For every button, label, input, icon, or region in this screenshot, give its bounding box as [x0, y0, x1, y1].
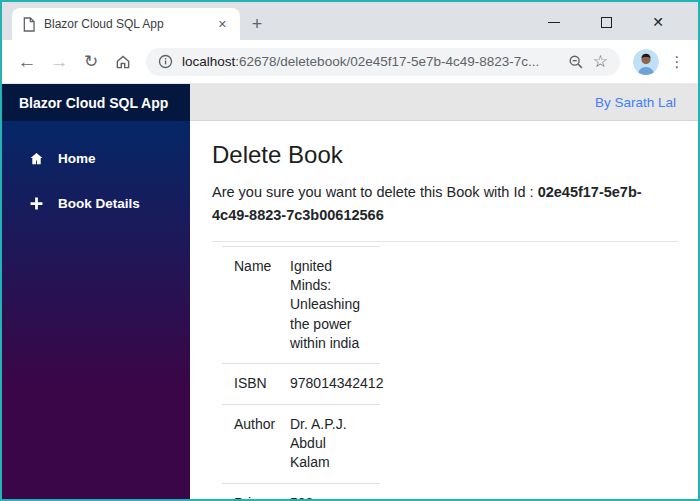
table-row: Price 500	[222, 483, 380, 499]
profile-avatar[interactable]	[633, 49, 659, 75]
field-label: Price	[222, 483, 278, 499]
sidebar-item-label: Book Details	[58, 196, 140, 211]
url-host: localhost	[182, 54, 235, 69]
field-value: 978014342412	[278, 364, 380, 404]
field-label: ISBN	[222, 364, 278, 404]
bookmark-star-icon[interactable]: ☆	[593, 51, 608, 72]
window-controls: ✕	[528, 4, 698, 40]
app-top-bar: Blazor Cloud SQL App By Sarath Lal	[2, 84, 698, 121]
site-info-icon[interactable]	[158, 54, 173, 69]
maximize-button[interactable]	[580, 4, 632, 40]
tab-title: Blazor Cloud SQL App	[44, 17, 204, 31]
new-tab-button[interactable]: +	[240, 8, 274, 40]
home-nav-icon	[29, 151, 44, 166]
sidebar-item-label: Home	[58, 151, 96, 166]
browser-tab[interactable]: Blazor Cloud SQL App ✕	[12, 8, 240, 40]
reload-icon[interactable]: ↻	[76, 47, 106, 77]
page-title: Delete Book	[212, 141, 678, 169]
browser-window: Blazor Cloud SQL App ✕ + ✕ ← → ↻ localho…	[0, 0, 700, 501]
sidebar-item-book-details[interactable]: Book Details	[2, 186, 190, 221]
plus-nav-icon	[29, 196, 44, 211]
minimize-icon	[548, 22, 560, 23]
browser-menu-icon[interactable]: ⋮	[666, 53, 688, 71]
author-link[interactable]: By Sarath Lal	[595, 95, 676, 110]
book-details-table: Name Ignited Minds: Unleashing the power…	[222, 246, 380, 499]
main-content: Delete Book Are you sure you want to del…	[190, 121, 698, 499]
tab-close-icon[interactable]: ✕	[213, 16, 232, 33]
minimize-button[interactable]	[528, 4, 580, 40]
table-row: ISBN 978014342412	[222, 364, 380, 404]
top-bar-right: By Sarath Lal	[190, 84, 698, 121]
close-window-button[interactable]: ✕	[632, 4, 684, 40]
tab-strip: Blazor Cloud SQL App ✕ + ✕	[2, 2, 698, 40]
url-path: :62678/deletebook/02e45f17-5e7b-4c49-882…	[235, 54, 539, 69]
field-value: Dr. A.P.J. Abdul Kalam	[278, 404, 380, 483]
field-value: Ignited Minds: Unleashing the power with…	[278, 246, 380, 364]
table-row: Name Ignited Minds: Unleashing the power…	[222, 246, 380, 364]
home-icon[interactable]	[108, 47, 138, 77]
maximize-icon	[601, 17, 612, 28]
zoom-out-icon[interactable]	[568, 54, 584, 70]
field-label: Author	[222, 404, 278, 483]
forward-icon[interactable]: →	[44, 47, 74, 77]
field-value: 500	[278, 483, 380, 499]
table-row: Author Dr. A.P.J. Abdul Kalam	[222, 404, 380, 483]
divider	[212, 241, 678, 242]
url-text[interactable]: localhost:62678/deletebook/02e45f17-5e7b…	[182, 54, 559, 69]
back-icon[interactable]: ←	[12, 47, 42, 77]
browser-toolbar: ← → ↻ localhost:62678/deletebook/02e45f1…	[2, 40, 698, 84]
sidebar-item-home[interactable]: Home	[2, 141, 190, 176]
sidebar: Home Book Details	[2, 121, 190, 499]
address-bar[interactable]: localhost:62678/deletebook/02e45f17-5e7b…	[146, 48, 620, 76]
page-favicon-icon	[22, 17, 35, 32]
app-body: Home Book Details Delete Book Are you su…	[2, 121, 698, 499]
confirmation-text: Are you sure you want to delete this Boo…	[212, 181, 678, 227]
app-brand[interactable]: Blazor Cloud SQL App	[2, 84, 190, 121]
field-label: Name	[222, 246, 278, 364]
confirm-prefix: Are you sure you want to delete this Boo…	[212, 184, 538, 200]
